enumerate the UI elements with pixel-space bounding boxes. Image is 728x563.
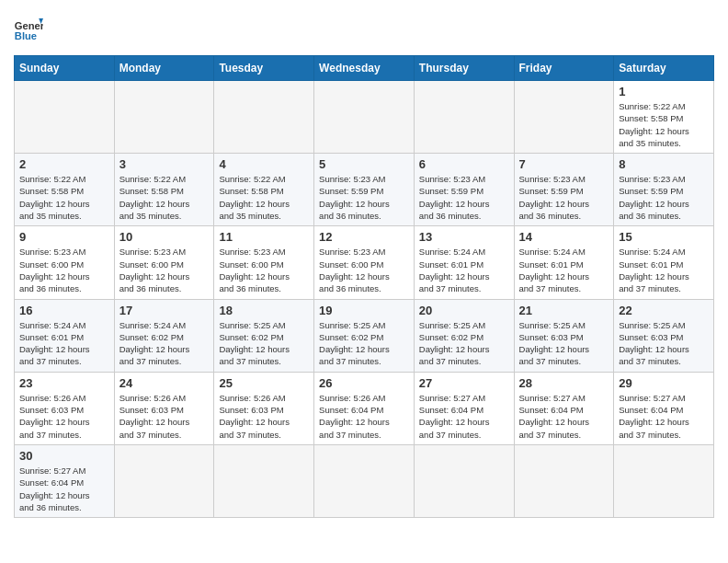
day-info: Sunrise: 5:24 AM Sunset: 6:01 PM Dayligh…	[619, 246, 709, 294]
day-info: Sunrise: 5:23 AM Sunset: 5:59 PM Dayligh…	[619, 173, 709, 222]
day-number: 1	[619, 85, 709, 98]
day-number: 4	[219, 157, 309, 171]
weekday-header-tuesday: Tuesday	[214, 56, 314, 81]
calendar-cell: 15Sunrise: 5:24 AM Sunset: 6:01 PM Dayli…	[614, 226, 714, 299]
day-number: 30	[19, 449, 109, 463]
day-number: 19	[319, 304, 409, 317]
calendar-week-row: 30Sunrise: 5:27 AM Sunset: 6:04 PM Dayli…	[15, 444, 714, 517]
calendar-cell	[614, 444, 714, 517]
calendar-cell: 8Sunrise: 5:23 AM Sunset: 5:59 PM Daylig…	[614, 154, 714, 226]
calendar-cell	[314, 444, 415, 517]
day-number: 14	[519, 230, 609, 244]
day-number: 16	[19, 304, 109, 317]
day-info: Sunrise: 5:22 AM Sunset: 5:58 PM Dayligh…	[619, 100, 709, 149]
calendar-cell: 1Sunrise: 5:22 AM Sunset: 5:58 PM Daylig…	[614, 81, 714, 154]
day-info: Sunrise: 5:23 AM Sunset: 5:59 PM Dayligh…	[519, 173, 609, 222]
day-number: 9	[19, 230, 109, 244]
calendar-cell: 2Sunrise: 5:22 AM Sunset: 5:58 PM Daylig…	[15, 154, 115, 226]
svg-text:Blue: Blue	[15, 30, 37, 41]
calendar-cell: 19Sunrise: 5:25 AM Sunset: 6:02 PM Dayli…	[314, 299, 415, 372]
day-number: 22	[619, 304, 709, 317]
day-info: Sunrise: 5:26 AM Sunset: 6:04 PM Dayligh…	[319, 392, 409, 441]
calendar-cell	[414, 444, 514, 517]
calendar-week-row: 23Sunrise: 5:26 AM Sunset: 6:03 PM Dayli…	[15, 372, 714, 444]
day-number: 12	[319, 230, 409, 244]
calendar-cell: 23Sunrise: 5:26 AM Sunset: 6:03 PM Dayli…	[15, 372, 115, 444]
calendar-cell: 14Sunrise: 5:24 AM Sunset: 6:01 PM Dayli…	[514, 226, 614, 299]
calendar-cell: 18Sunrise: 5:25 AM Sunset: 6:02 PM Dayli…	[214, 299, 314, 372]
day-number: 21	[519, 304, 609, 317]
day-info: Sunrise: 5:26 AM Sunset: 6:03 PM Dayligh…	[119, 392, 210, 441]
calendar-cell	[314, 81, 415, 154]
day-info: Sunrise: 5:22 AM Sunset: 5:58 PM Dayligh…	[119, 173, 210, 222]
day-info: Sunrise: 5:24 AM Sunset: 6:01 PM Dayligh…	[519, 246, 609, 294]
day-number: 24	[119, 376, 210, 390]
weekday-header-row: SundayMondayTuesdayWednesdayThursdayFrid…	[15, 56, 714, 81]
day-info: Sunrise: 5:25 AM Sunset: 6:02 PM Dayligh…	[419, 319, 509, 368]
day-info: Sunrise: 5:25 AM Sunset: 6:03 PM Dayligh…	[619, 319, 709, 368]
day-number: 17	[119, 304, 210, 317]
day-info: Sunrise: 5:24 AM Sunset: 6:01 PM Dayligh…	[19, 319, 109, 368]
day-info: Sunrise: 5:23 AM Sunset: 6:00 PM Dayligh…	[219, 246, 309, 294]
calendar-cell: 4Sunrise: 5:22 AM Sunset: 5:58 PM Daylig…	[214, 154, 314, 226]
day-info: Sunrise: 5:23 AM Sunset: 6:00 PM Dayligh…	[119, 246, 210, 294]
day-info: Sunrise: 5:24 AM Sunset: 6:01 PM Dayligh…	[419, 246, 509, 294]
calendar-cell	[214, 444, 314, 517]
calendar-cell: 13Sunrise: 5:24 AM Sunset: 6:01 PM Dayli…	[414, 226, 514, 299]
calendar-cell: 9Sunrise: 5:23 AM Sunset: 6:00 PM Daylig…	[15, 226, 115, 299]
day-number: 25	[219, 376, 309, 390]
calendar-cell	[414, 81, 514, 154]
day-number: 6	[419, 157, 509, 171]
calendar-cell	[514, 81, 614, 154]
day-info: Sunrise: 5:26 AM Sunset: 6:03 PM Dayligh…	[19, 392, 109, 441]
day-number: 23	[19, 376, 109, 390]
day-number: 20	[419, 304, 509, 317]
day-number: 28	[519, 376, 609, 390]
calendar-cell: 21Sunrise: 5:25 AM Sunset: 6:03 PM Dayli…	[514, 299, 614, 372]
day-info: Sunrise: 5:27 AM Sunset: 6:04 PM Dayligh…	[419, 392, 509, 441]
calendar-cell: 12Sunrise: 5:23 AM Sunset: 6:00 PM Dayli…	[314, 226, 415, 299]
logo: General Blue	[14, 15, 43, 48]
day-info: Sunrise: 5:27 AM Sunset: 6:04 PM Dayligh…	[619, 392, 709, 441]
calendar-cell: 7Sunrise: 5:23 AM Sunset: 5:59 PM Daylig…	[514, 154, 614, 226]
day-info: Sunrise: 5:27 AM Sunset: 6:04 PM Dayligh…	[519, 392, 609, 441]
calendar-cell: 17Sunrise: 5:24 AM Sunset: 6:02 PM Dayli…	[114, 299, 214, 372]
calendar-cell	[214, 81, 314, 154]
calendar-week-row: 2Sunrise: 5:22 AM Sunset: 5:58 PM Daylig…	[15, 154, 714, 226]
calendar-cell: 5Sunrise: 5:23 AM Sunset: 5:59 PM Daylig…	[314, 154, 415, 226]
calendar-cell: 10Sunrise: 5:23 AM Sunset: 6:00 PM Dayli…	[114, 226, 214, 299]
calendar-cell: 25Sunrise: 5:26 AM Sunset: 6:03 PM Dayli…	[214, 372, 314, 444]
weekday-header-friday: Friday	[514, 56, 614, 81]
weekday-header-monday: Monday	[114, 56, 214, 81]
day-number: 10	[119, 230, 210, 244]
calendar-cell: 16Sunrise: 5:24 AM Sunset: 6:01 PM Dayli…	[15, 299, 115, 372]
calendar-cell	[514, 444, 614, 517]
day-info: Sunrise: 5:22 AM Sunset: 5:58 PM Dayligh…	[219, 173, 309, 222]
day-number: 11	[219, 230, 309, 244]
day-info: Sunrise: 5:22 AM Sunset: 5:58 PM Dayligh…	[19, 173, 109, 222]
calendar-cell	[114, 81, 214, 154]
calendar-cell: 3Sunrise: 5:22 AM Sunset: 5:58 PM Daylig…	[114, 154, 214, 226]
day-number: 13	[419, 230, 509, 244]
logo-svg: General Blue	[14, 15, 43, 48]
calendar-cell	[114, 444, 214, 517]
calendar-cell: 26Sunrise: 5:26 AM Sunset: 6:04 PM Dayli…	[314, 372, 415, 444]
calendar-cell: 29Sunrise: 5:27 AM Sunset: 6:04 PM Dayli…	[614, 372, 714, 444]
day-info: Sunrise: 5:26 AM Sunset: 6:03 PM Dayligh…	[219, 392, 309, 441]
calendar-cell: 6Sunrise: 5:23 AM Sunset: 5:59 PM Daylig…	[414, 154, 514, 226]
day-info: Sunrise: 5:23 AM Sunset: 6:00 PM Dayligh…	[19, 246, 109, 294]
calendar-cell: 20Sunrise: 5:25 AM Sunset: 6:02 PM Dayli…	[414, 299, 514, 372]
day-number: 26	[319, 376, 409, 390]
day-info: Sunrise: 5:23 AM Sunset: 5:59 PM Dayligh…	[319, 173, 409, 222]
day-number: 8	[619, 157, 709, 171]
calendar-week-row: 1Sunrise: 5:22 AM Sunset: 5:58 PM Daylig…	[15, 81, 714, 154]
calendar-cell: 22Sunrise: 5:25 AM Sunset: 6:03 PM Dayli…	[614, 299, 714, 372]
day-number: 3	[119, 157, 210, 171]
day-number: 15	[619, 230, 709, 244]
day-info: Sunrise: 5:25 AM Sunset: 6:02 PM Dayligh…	[219, 319, 309, 368]
day-number: 2	[19, 157, 109, 171]
day-number: 7	[519, 157, 609, 171]
day-info: Sunrise: 5:24 AM Sunset: 6:02 PM Dayligh…	[119, 319, 210, 368]
day-info: Sunrise: 5:23 AM Sunset: 5:59 PM Dayligh…	[419, 173, 509, 222]
calendar-week-row: 9Sunrise: 5:23 AM Sunset: 6:00 PM Daylig…	[15, 226, 714, 299]
